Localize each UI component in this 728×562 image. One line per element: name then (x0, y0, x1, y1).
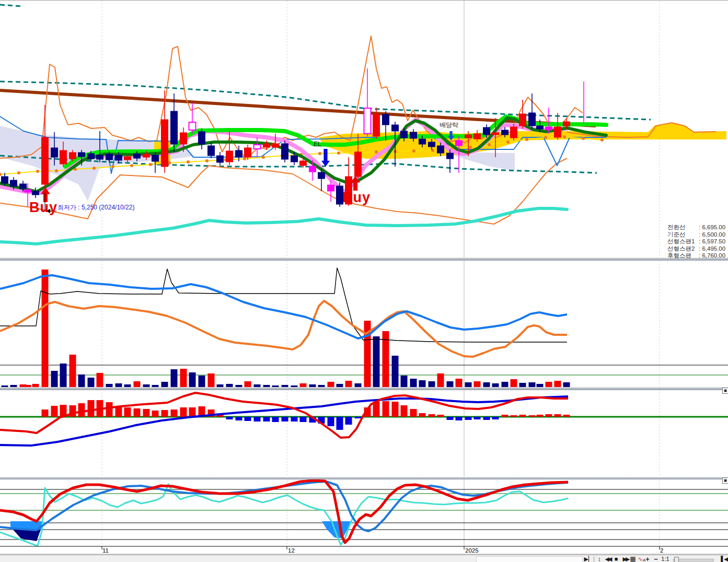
legend-row: 후행스팬: 6,760.00 (667, 252, 725, 260)
macd-bar (537, 415, 544, 417)
candle-body (392, 125, 399, 131)
macd-bar (282, 417, 288, 421)
ma-dot (130, 164, 133, 167)
macd-bar (392, 402, 399, 417)
macd-bar (519, 415, 526, 417)
buy-signal-label-2: Buy (342, 190, 371, 206)
macd-bar (124, 407, 131, 417)
zoom-slider-thumb[interactable] (674, 557, 679, 562)
volume-bar (345, 381, 352, 387)
layer-axis (0, 546, 728, 554)
macd-bar (328, 417, 334, 426)
period-grid-icon[interactable]: ▦ (629, 555, 637, 562)
volume-bar (373, 336, 380, 387)
candle-body (554, 127, 561, 137)
ex-dividend-label: 배당락 (440, 121, 458, 130)
volume-bar (483, 382, 490, 387)
go-first-button[interactable]: ▌◀ (720, 555, 728, 562)
ma-dot (506, 140, 510, 144)
zoom-out-button[interactable]: − (653, 555, 659, 562)
macd-bar (51, 406, 58, 417)
candle-body (519, 114, 526, 126)
volume-bar (189, 372, 196, 387)
momentum-cyan (0, 208, 567, 244)
macd-bar (483, 417, 490, 420)
candle-body (78, 153, 85, 157)
candle-body (189, 122, 196, 130)
macd-bar (546, 414, 552, 417)
panel-menu-button-stoch[interactable]: ▣ (722, 477, 728, 484)
stoch-blue (0, 482, 568, 531)
candle-body (419, 139, 426, 144)
buy-signal-label-1: Buy (29, 200, 57, 216)
macd-bar (456, 417, 463, 420)
candle-body (106, 154, 113, 160)
horizontal-scrollbar[interactable] (476, 556, 583, 562)
candle-body (97, 155, 103, 159)
macd-bar (254, 417, 261, 421)
toolbar-divider (594, 556, 594, 562)
volume-bar (199, 376, 205, 387)
macd-bar (236, 417, 242, 420)
ichimoku-legend: 전환선: 6,695.00 기준선: 6,500.00 선행스팬1: 6,597… (667, 224, 725, 260)
volume-bar (410, 379, 417, 387)
macd-bar (245, 417, 251, 421)
panel-separator-3[interactable] (0, 477, 728, 479)
candle-body (492, 133, 499, 135)
macd-line-red (0, 393, 568, 438)
volume-bar (447, 381, 454, 387)
candle-body (309, 166, 316, 172)
stop-icon[interactable]: ■ (613, 555, 620, 562)
lowest-price-note: 최저가 : 5,250 (2024/10/22) (57, 203, 134, 212)
volume-bar (171, 369, 178, 387)
macd-bar (143, 409, 150, 417)
ma-dot (262, 156, 265, 159)
fast-backward-icon[interactable]: ◀◀ (602, 555, 614, 562)
zoom-slider-track[interactable] (673, 559, 714, 561)
el-arrow (321, 149, 330, 167)
candle-body (42, 137, 49, 184)
candle-body (236, 150, 242, 157)
volume-bar (492, 383, 499, 387)
macd-bar (152, 411, 159, 417)
volume-bar (70, 355, 76, 387)
candle-body (483, 127, 490, 135)
candle-body (447, 153, 454, 159)
ma-dot (318, 152, 321, 155)
candle-body (502, 130, 509, 135)
macd-bar (88, 400, 95, 417)
volume-bar (437, 373, 444, 387)
volume-bar (465, 382, 472, 387)
candle-body (180, 133, 187, 144)
ma-dot (55, 169, 58, 172)
candle-body (437, 146, 444, 153)
volume-bar (502, 382, 509, 387)
candle-body (124, 157, 131, 160)
volume-bar (429, 381, 435, 387)
axis-label-2025: 2025 (465, 547, 479, 554)
macd-bar (291, 417, 298, 421)
step-forward-button[interactable]: ▶▏ (584, 555, 593, 562)
ratio-1to1-button[interactable]: 1:1 (661, 555, 670, 562)
panel-separator-2[interactable] (0, 387, 728, 390)
ma-dot (600, 138, 604, 142)
macd-bar (337, 417, 343, 430)
macd-bar (492, 417, 499, 419)
candle-body (143, 154, 150, 157)
ma-dot (412, 149, 415, 153)
trend-wave-glyph: ∿ (638, 556, 643, 562)
volume-bar (392, 356, 399, 387)
macd-bar (300, 417, 307, 422)
candle-body (563, 122, 570, 126)
ma-dot (111, 165, 114, 168)
macd-bar (272, 417, 279, 422)
candle-body (465, 135, 472, 138)
macd-bar (180, 407, 187, 417)
candle-body (32, 191, 39, 195)
candle-body (10, 180, 17, 186)
panel-separator-1[interactable] (0, 257, 728, 261)
zoom-in-button[interactable]: + (644, 555, 651, 562)
panel-menu-button-volume[interactable]: ▣ (722, 388, 728, 394)
layer-volume (0, 268, 728, 387)
candle-body (20, 184, 27, 189)
